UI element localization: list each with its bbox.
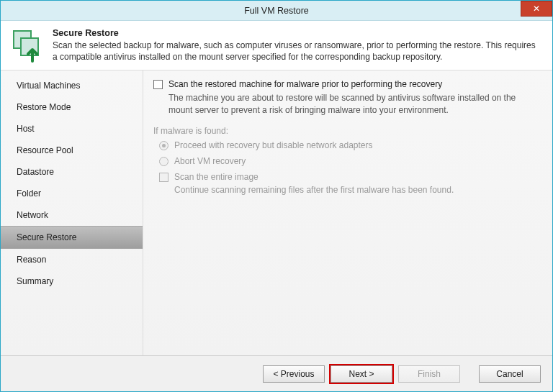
button-label: Next > [349,369,374,379]
cancel-button[interactable]: Cancel [479,365,541,383]
sidebar-item-label: Summary [17,276,53,286]
window-title: Full VM Restore [1,6,552,16]
titlebar: Full VM Restore ✕ [1,1,552,21]
scan-entire-description: Continue scanning remaining files after … [174,185,536,195]
sidebar-item-label: Virtual Machines [17,81,81,91]
sidebar-item-virtual-machines[interactable]: Virtual Machines [1,75,143,96]
scan-entire-checkbox [159,173,168,182]
sidebar-item-label: Reason [17,255,46,265]
radio-proceed-row: Proceed with recovery but disable networ… [159,140,536,150]
sidebar-item-label: Network [17,210,48,220]
sidebar-item-datastore[interactable]: Datastore [1,161,143,183]
close-button[interactable]: ✕ [521,1,552,17]
sidebar-item-secure-restore[interactable]: Secure Restore [1,226,143,249]
radio-abort-label: Abort VM recovery [174,156,246,166]
malware-action-group: If malware is found: Proceed with recove… [153,126,536,195]
scan-checkbox-label: Scan the restored machine for malware pr… [168,79,442,89]
radio-proceed [159,141,168,150]
sidebar: Virtual Machines Restore Mode Host Resou… [1,70,143,355]
scan-entire-row: Scan the entire image [159,172,536,182]
sidebar-item-label: Host [17,124,35,134]
sidebar-item-network[interactable]: Network [1,204,143,226]
sidebar-item-label: Secure Restore [17,232,76,242]
malware-group-title: If malware is found: [153,126,536,136]
scan-checkbox[interactable] [153,80,163,89]
sidebar-item-restore-mode[interactable]: Restore Mode [1,96,143,118]
footer: < Previous Next > Finish Cancel [1,355,552,391]
scan-checkbox-row: Scan the restored machine for malware pr… [153,79,536,89]
close-icon: ✕ [533,4,540,14]
secure-restore-icon [11,28,45,63]
sidebar-item-label: Datastore [17,167,54,177]
sidebar-item-label: Resource Pool [17,145,73,155]
button-label: < Previous [273,369,314,379]
scan-entire-label: Scan the entire image [174,172,258,182]
content: Scan the restored machine for malware pr… [143,70,552,355]
sidebar-item-resource-pool[interactable]: Resource Pool [1,140,143,161]
radio-proceed-label: Proceed with recovery but disable networ… [174,140,372,150]
page-description: Scan the selected backup for malware, su… [53,40,542,63]
scan-description: The machine you are about to restore wil… [168,92,536,115]
finish-button: Finish [398,365,460,383]
sidebar-item-host[interactable]: Host [1,118,143,140]
radio-abort-row: Abort VM recovery [159,156,536,166]
radio-abort [159,157,168,166]
sidebar-item-label: Restore Mode [17,102,71,112]
previous-button[interactable]: < Previous [263,365,325,383]
page-heading: Secure Restore [53,28,542,38]
radio-dot-icon [162,144,166,147]
wizard-window: Full VM Restore ✕ Secure Restore Scan th… [0,0,553,392]
header-text: Secure Restore Scan the selected backup … [53,28,542,63]
next-button[interactable]: Next > [331,365,392,383]
body: Virtual Machines Restore Mode Host Resou… [1,70,552,355]
sidebar-item-label: Folder [17,188,41,199]
sidebar-item-summary[interactable]: Summary [1,270,143,292]
sidebar-item-reason[interactable]: Reason [1,249,143,270]
header: Secure Restore Scan the selected backup … [1,21,552,70]
button-label: Cancel [496,369,523,379]
button-label: Finish [418,369,441,379]
sidebar-item-folder[interactable]: Folder [1,183,143,204]
